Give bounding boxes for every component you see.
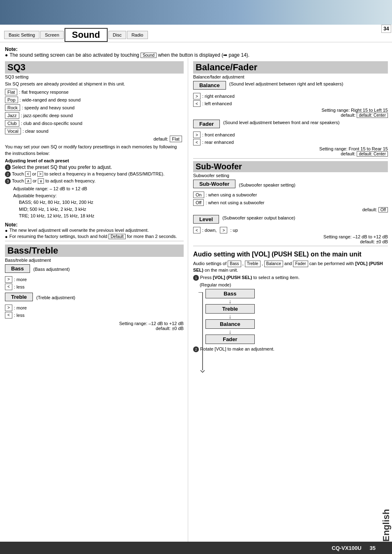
- bass-less-text: : less: [14, 284, 25, 289]
- balance-left-arrow: <: [193, 100, 201, 107]
- level-up-container: > : up: [220, 227, 238, 233]
- preset-vocal: Vocal : clear sound: [5, 128, 184, 134]
- fader-desc: (Sound level adjustment between front an…: [223, 120, 339, 125]
- note-bullet: ●: [5, 52, 8, 58]
- sq3-subtitle: SQ3 setting: [5, 74, 184, 79]
- divider1: [5, 241, 184, 241]
- sw-on-row: On : when using a subwoofer: [193, 192, 388, 198]
- sq3-title: SQ3: [5, 61, 184, 74]
- sw-off-label: Off: [193, 199, 204, 206]
- step2-row: 2 Touch < or > to select a frequency in …: [5, 171, 184, 177]
- sq3-default-label: default:: [153, 136, 168, 141]
- fader-front-text: : front enhanced: [202, 132, 235, 137]
- cycle-arrow-2: ↓: [205, 314, 255, 319]
- balance-left-row: < : left enhanced: [193, 100, 388, 107]
- bass-more-row: > : more: [5, 276, 184, 283]
- treble-more-row: > : more: [5, 305, 184, 311]
- right-sidebar: 34 English: [380, 25, 392, 542]
- preset-jazz-desc: : jazz-specific deep sound: [21, 113, 73, 118]
- tab-screen[interactable]: Screen: [40, 31, 64, 39]
- treble-more-arrow: >: [5, 305, 12, 311]
- treble-less-arrow: <: [5, 312, 12, 319]
- note-label: Note:: [5, 46, 18, 52]
- bottom-bar: CQ-VX100U 35: [0, 542, 392, 554]
- balance-range-text: Setting range: Right 15 to Left 15: [322, 108, 388, 113]
- right-column: Balance/Fader Balance/fader adjustment B…: [188, 58, 392, 554]
- model-number: CQ-VX100U: [332, 545, 361, 551]
- balance-range: Setting range: Right 15 to Left 15 defau…: [193, 108, 388, 118]
- audio-step1-text: Press [VOL] (PUSH SEL) to select a setti…: [200, 275, 300, 280]
- tab-radio[interactable]: Radio: [127, 31, 148, 39]
- audio-step2: 2 Rotate [VOL] to make an adjustment.: [193, 346, 388, 352]
- cycle-diagram: Bass ↓ Treble ↓ Balance ↓ Fader: [205, 289, 388, 344]
- fader-rear-arrow: <: [193, 139, 201, 145]
- cycle-items: Bass ↓ Treble ↓ Balance ↓ Fader: [205, 289, 388, 344]
- balance-fader-title: Balance/Fader: [193, 61, 388, 74]
- top-note: Note: ● The sound setting screen can be …: [0, 45, 392, 58]
- treble-more-text: : more: [14, 305, 27, 310]
- subwoofer-title: Sub-Woofer: [193, 161, 388, 172]
- freq-bass: BASS; 60 Hz, 80 Hz, 100 Hz, 200 Hz: [19, 200, 93, 205]
- fader-rear-row: < : rear enhanced: [193, 139, 388, 145]
- fader-section: Fader (Sound level adjustment between fr…: [193, 120, 388, 157]
- sw-off-row: Off : when not using a subwoofer: [193, 199, 388, 206]
- bass-treble-subtitle: Bass/treble adjustment: [5, 258, 184, 263]
- tab-basic-setting[interactable]: Basic Setting: [4, 31, 39, 39]
- sw-on-label: On: [193, 192, 204, 198]
- bass-more-text: : more: [14, 277, 27, 282]
- level-arrows: < : down, > : up: [193, 227, 388, 233]
- bass-more-arrow: >: [5, 276, 12, 283]
- sq3-note2-text: For resuming the factory settings, touch…: [9, 234, 177, 239]
- subwoofer-subtitle: Subwoofer setting: [193, 173, 388, 178]
- bt-default-text: default: ±0 dB: [156, 326, 184, 331]
- level-range: Setting range: –12 dB to +12 dB default:…: [193, 234, 388, 244]
- freq-tre: TRE; 10 kHz, 12 kHz, 15 kHz, 18 kHz: [19, 213, 94, 218]
- freq-mid: MID; 500 Hz, 1 kHz, 2 kHz, 3 kHz: [19, 207, 86, 212]
- balance-left-text: : left enhanced: [202, 101, 232, 106]
- bass-control: Bass (Bass adjustment) > : more < : less: [5, 264, 184, 290]
- balance-fader-section: Balance/Fader Balance/fader adjustment B…: [193, 61, 388, 157]
- fader-range-text: Setting range: Front 15 to Rear 15: [319, 146, 388, 151]
- bt-range-text: Setting range: –12 dB to +12 dB: [119, 321, 184, 326]
- bass-desc: (Bass adjustment): [33, 267, 70, 272]
- preset-flat-desc: : flat frequency response: [19, 90, 68, 95]
- left-column: SQ3 SQ3 setting Six SQ presets are alrea…: [0, 58, 188, 554]
- divider2: [193, 158, 388, 159]
- cycle-treble: Treble: [205, 304, 255, 314]
- balance-right-row: > : right enhanced: [193, 93, 388, 99]
- treble-control: Treble (Treble adjustment) > : more < : …: [5, 293, 184, 319]
- audio-vol-subtitle: Audio settings of Bass , Treble , Balanc…: [193, 261, 388, 273]
- preset-rock: Rock : speedy and heavy sound: [5, 104, 184, 111]
- preset-pop-label: Pop: [5, 97, 18, 103]
- note-text: The sound setting screen can be also act…: [9, 52, 249, 58]
- fader-front-arrow: >: [193, 132, 201, 138]
- step3-row: 3 Touch ∧ or ∨ to adjust each frequency.: [5, 178, 184, 184]
- treble-less-row: < : less: [5, 312, 184, 319]
- preset-flat-label: Flat: [5, 89, 17, 95]
- tab-disc[interactable]: Disc: [108, 31, 126, 39]
- level-down-text: : down,: [202, 228, 217, 233]
- level-up-text: : up: [230, 228, 238, 233]
- sq3-note1: ● The new level adjustment will overwrit…: [5, 228, 184, 233]
- cycle-bass: Bass: [205, 289, 255, 298]
- preset-pop-desc: : wide-ranged and deep sound: [20, 97, 81, 102]
- sq3-note-label: Note:: [5, 222, 18, 228]
- level-up-arrow: >: [220, 227, 227, 233]
- balance-desc: (Sound level adjustment between right an…: [229, 81, 344, 87]
- treble-less-text: : less: [14, 313, 25, 318]
- cycle-bracket-svg: [196, 292, 205, 374]
- page-number-34: 34: [381, 25, 391, 33]
- level-down-arrow: <: [193, 227, 201, 233]
- audio-step2-text: Rotate [VOL] to make an adjustment.: [200, 346, 274, 351]
- preset-club-desc: : club and disco-specific sound: [21, 121, 83, 126]
- step2-text: Touch < or > to select a frequency in a …: [12, 171, 164, 176]
- cycle-balance: Balance: [205, 319, 255, 329]
- sw-default-label: default:: [362, 207, 377, 212]
- sw-off-desc: : when not using a subwoofer: [205, 200, 264, 205]
- sq3-notes: Note: ● The new level adjustment will ov…: [5, 222, 184, 239]
- sq3-note1-text: The new level adjustment will overwrite …: [9, 228, 149, 233]
- fader-default-label: default:: [341, 151, 357, 156]
- tab-sound[interactable]: Sound: [65, 28, 107, 42]
- regular-mode-label: (Regular mode): [200, 282, 388, 287]
- balance-right-text: : right enhanced: [202, 94, 235, 99]
